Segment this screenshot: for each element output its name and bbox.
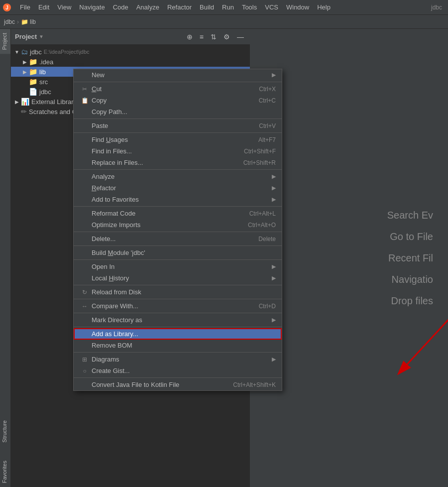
- sidebar-tab-structure[interactable]: Structure: [0, 416, 10, 447]
- toolbar-settings-icon[interactable]: ⚙: [222, 32, 232, 42]
- menu-window[interactable]: Window: [282, 1, 313, 13]
- menu-tools[interactable]: Tools: [238, 1, 261, 13]
- menu-icon-reload: ↻: [80, 289, 90, 296]
- menu-label-local-history: Local History: [92, 274, 268, 282]
- context-menu: New ▶ ✂ Cut Ctrl+X 📋 Copy Ctrl+C Copy Pa…: [73, 69, 282, 391]
- menu-label-remove-bom: Remove BOM: [92, 342, 276, 349]
- menu-item-optimize[interactable]: Optimize Imports Ctrl+Alt+O: [74, 219, 282, 231]
- menu-label-compare: Compare With...: [92, 302, 259, 310]
- menu-view[interactable]: View: [53, 1, 75, 13]
- project-label: Project: [15, 33, 37, 40]
- menubar: J File Edit View Navigate Code Analyze R…: [0, 0, 448, 15]
- menu-code[interactable]: Code: [109, 1, 132, 13]
- toolbar-minimize-icon[interactable]: —: [235, 32, 246, 42]
- menu-icon-create-gist: ○: [80, 367, 90, 374]
- menu-item-find-files[interactable]: Find in Files... Ctrl+Shift+F: [74, 145, 282, 157]
- menu-label-copy: Copy: [92, 97, 259, 104]
- menu-item-cut[interactable]: ✂ Cut Ctrl+X: [74, 83, 282, 95]
- breadcrumb-separator: ›: [17, 18, 19, 25]
- tree-arrow-idea: ▶: [21, 59, 29, 65]
- menu-shortcut-paste: Ctrl+V: [259, 122, 276, 129]
- menu-item-replace-files[interactable]: Replace in Files... Ctrl+Shift+R: [74, 157, 282, 168]
- menu-item-compare[interactable]: ↔ Compare With... Ctrl+D: [74, 300, 282, 312]
- menu-item-favorites[interactable]: Add to Favorites ▶: [74, 194, 282, 205]
- menu-sep-1: [74, 82, 282, 82]
- menu-item-convert-kotlin[interactable]: Convert Java File to Kotlin File Ctrl+Al…: [74, 379, 282, 390]
- menu-label-new: New: [92, 71, 268, 79]
- menu-label-add-library: Add as Library...: [92, 330, 276, 338]
- tree-icon-src: 📁: [29, 78, 37, 86]
- menu-item-local-history[interactable]: Local History ▶: [74, 272, 282, 284]
- menu-item-copy[interactable]: 📋 Copy Ctrl+C: [74, 95, 282, 106]
- menu-refactor[interactable]: Refactor: [163, 1, 196, 13]
- menu-item-reload[interactable]: ↻ Reload from Disk: [74, 286, 282, 298]
- menu-shortcut-convert-kotlin: Ctrl+Alt+Shift+K: [233, 381, 276, 388]
- menu-analyze[interactable]: Analyze: [132, 1, 163, 13]
- tree-item-idea[interactable]: ▶ 📁 .idea: [11, 57, 250, 67]
- red-arrow: [389, 293, 448, 392]
- menu-item-remove-bom[interactable]: Remove BOM: [74, 340, 282, 351]
- menu-label-find-files: Find in Files...: [92, 147, 244, 155]
- toolbar-sort-icon[interactable]: ⇅: [209, 32, 219, 42]
- tree-icon-lib: 📁: [29, 68, 37, 76]
- menu-label-mark-dir: Mark Directory as: [92, 316, 268, 324]
- menu-vcs[interactable]: VCS: [261, 1, 282, 13]
- breadcrumb-jdbc[interactable]: jdbc: [4, 18, 15, 25]
- menu-icon-copy: 📋: [80, 97, 90, 104]
- project-toolbar: Project ▼ ⊕ ≡ ⇅ ⚙ —: [11, 29, 250, 45]
- sidebar-tab-favorites[interactable]: Favorites: [0, 457, 10, 487]
- tree-icon-external: 📊: [21, 98, 29, 106]
- right-panel-navigation: Navigatio: [392, 274, 433, 285]
- menu-item-mark-dir[interactable]: Mark Directory as ▶: [74, 314, 282, 326]
- menu-item-delete[interactable]: Delete... Delete: [74, 233, 282, 244]
- menu-label-reformat: Reformat Code: [92, 210, 249, 217]
- menu-shortcut-compare: Ctrl+D: [259, 303, 276, 310]
- toolbar-locate-icon[interactable]: ⊕: [185, 32, 195, 42]
- menu-item-refactor[interactable]: Refactor ▶: [74, 182, 282, 194]
- tree-label-src: src: [39, 78, 48, 86]
- menu-arrow-mark-dir: ▶: [272, 317, 276, 323]
- tree-label-lib: lib: [39, 68, 46, 76]
- menu-help[interactable]: Help: [313, 1, 335, 13]
- menu-label-paste: Paste: [92, 122, 259, 129]
- menu-icon-cut: ✂: [80, 86, 90, 93]
- menu-item-add-library[interactable]: Add as Library...: [74, 328, 282, 340]
- sidebar-tab-project[interactable]: Project: [0, 29, 10, 54]
- tree-arrow-external: ▶: [13, 99, 21, 105]
- menu-file[interactable]: File: [16, 1, 34, 13]
- main-layout: Project Structure Favorites Project ▼ ⊕ …: [0, 29, 448, 487]
- svg-line-3: [404, 303, 448, 367]
- menu-item-find-usages[interactable]: Find Usages Alt+F7: [74, 134, 282, 145]
- tree-label-jdbc-file: jdbc: [39, 88, 51, 96]
- menu-sep-9: [74, 285, 282, 285]
- menu-sep-7: [74, 245, 282, 246]
- menu-item-reformat[interactable]: Reformat Code Ctrl+Alt+L: [74, 208, 282, 219]
- menu-item-paste[interactable]: Paste Ctrl+V: [74, 120, 282, 131]
- menu-item-copy-path[interactable]: Copy Path...: [74, 106, 282, 118]
- right-panel-goto-file: Go to File: [390, 231, 433, 243]
- menu-item-analyze[interactable]: Analyze ▶: [74, 171, 282, 182]
- menu-edit[interactable]: Edit: [34, 1, 53, 13]
- menu-navigate[interactable]: Navigate: [75, 1, 109, 13]
- menu-item-build-module[interactable]: Build Module 'jdbc': [74, 247, 282, 258]
- tree-item-jdbc-root[interactable]: ▼ 🗂 jdbc E:\ideaProject\jdbc: [11, 47, 250, 57]
- menu-item-open-in[interactable]: Open In ▶: [74, 261, 282, 272]
- menu-item-create-gist[interactable]: ○ Create Gist...: [74, 365, 282, 376]
- menu-shortcut-optimize: Ctrl+Alt+O: [248, 222, 276, 229]
- menu-arrow-analyze: ▶: [272, 173, 276, 180]
- menu-arrow-refactor: ▶: [272, 185, 276, 191]
- breadcrumb-lib[interactable]: lib: [30, 18, 36, 25]
- menu-item-diagrams[interactable]: ⊞ Diagrams ▶: [74, 354, 282, 365]
- menu-sep-6: [74, 232, 282, 232]
- menu-build[interactable]: Build: [196, 1, 218, 13]
- menu-sep-10: [74, 299, 282, 299]
- toolbar-collapse-icon[interactable]: ≡: [198, 32, 206, 42]
- menu-item-new[interactable]: New ▶: [74, 69, 282, 81]
- menu-run[interactable]: Run: [218, 1, 238, 13]
- menu-label-optimize: Optimize Imports: [92, 221, 248, 229]
- menu-sep-13: [74, 352, 282, 353]
- project-dropdown-arrow[interactable]: ▼: [39, 34, 44, 39]
- menu-shortcut-copy: Ctrl+C: [259, 97, 276, 104]
- menu-label-cut: Cut: [92, 85, 259, 93]
- menu-label-reload: Reload from Disk: [92, 288, 276, 296]
